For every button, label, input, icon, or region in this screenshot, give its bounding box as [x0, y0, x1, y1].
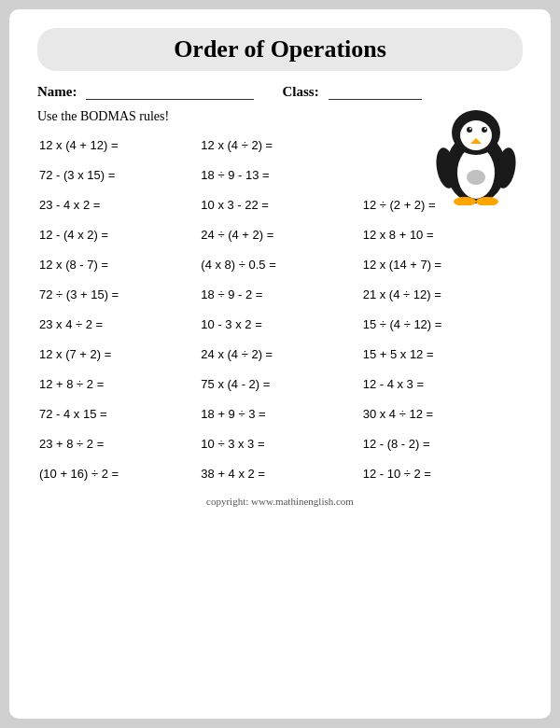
problem-cell: 12 x (7 + 2) =	[37, 339, 199, 369]
problem-cell: (10 + 16) ÷ 2 =	[37, 458, 199, 488]
problem-cell: 10 x 3 - 22 =	[199, 189, 360, 219]
svg-point-9	[484, 128, 486, 130]
problem-cell: 10 ÷ 3 x 3 =	[199, 428, 360, 458]
problem-expression: 24 x (4 ÷ 2) =	[201, 347, 273, 361]
problem-expression: 72 - (3 x 15) =	[39, 168, 115, 182]
problem-expression: 10 x 3 - 22 =	[201, 198, 269, 212]
problem-expression: 12 x 8 + 10 =	[363, 228, 434, 242]
worksheet-page: Order of Operations Name: Class: Use the…	[9, 9, 551, 719]
name-label: Name:	[37, 84, 77, 100]
problem-expression: (4 x 8) ÷ 0.5 =	[201, 258, 275, 272]
problem-expression: 12 x (7 + 2) =	[39, 347, 111, 361]
problem-expression: (10 + 16) ÷ 2 =	[39, 467, 119, 481]
problem-cell: 12 x (14 + 7) =	[361, 249, 523, 279]
page-title: Order of Operations	[174, 35, 386, 63]
problem-expression: 23 x 4 ÷ 2 =	[39, 317, 103, 331]
problem-cell: 30 x 4 ÷ 12 =	[361, 399, 523, 428]
problem-cell: 21 x (4 ÷ 12) =	[361, 279, 523, 309]
problem-cell: 23 + 8 ÷ 2 =	[37, 428, 199, 458]
problem-expression: 15 + 5 x 12 =	[363, 347, 434, 361]
problem-expression: 18 ÷ 9 - 2 =	[201, 287, 262, 301]
problem-cell: 72 - 4 x 15 =	[37, 399, 199, 428]
svg-point-8	[482, 127, 487, 133]
problem-expression: 24 ÷ (4 + 2) =	[201, 228, 273, 242]
problem-expression: 12 - 4 x 3 =	[363, 377, 424, 391]
problem-expression: 12 - 10 ÷ 2 =	[363, 467, 431, 481]
problem-expression: 12 - (4 x 2) =	[39, 228, 108, 242]
problem-cell: 12 - 10 ÷ 2 =	[361, 458, 523, 488]
name-line	[86, 85, 254, 100]
problem-cell: 23 - 4 x 2 =	[37, 189, 199, 219]
problem-cell: 24 ÷ (4 + 2) =	[199, 219, 360, 249]
name-class-row: Name: Class:	[37, 84, 523, 100]
problem-cell: 18 + 9 ÷ 3 =	[199, 399, 360, 428]
problem-expression: 10 ÷ 3 x 3 =	[201, 437, 264, 451]
problem-cell: 18 ÷ 9 - 13 =	[199, 160, 360, 189]
problem-cell: 12 x (8 - 7) =	[37, 249, 199, 279]
problem-cell: 12 - (4 x 2) =	[37, 219, 199, 249]
problem-expression: 12 x (4 + 12) =	[39, 138, 119, 152]
problem-expression: 18 ÷ 9 - 13 =	[201, 168, 269, 182]
problem-cell: 12 x 8 + 10 =	[361, 219, 523, 249]
copyright-text: copyright: www.mathinenglish.com	[37, 496, 523, 507]
problem-cell: 12 x (4 + 12) =	[37, 130, 199, 160]
problem-cell: 12 - 4 x 3 =	[361, 369, 523, 399]
problem-expression: 12 x (8 - 7) =	[39, 258, 108, 272]
svg-point-3	[460, 120, 492, 150]
problem-expression: 21 x (4 ÷ 12) =	[363, 287, 441, 301]
problem-expression: 72 - 4 x 15 =	[39, 407, 107, 421]
problem-cell: 75 x (4 - 2) =	[199, 369, 360, 399]
problem-expression: 72 ÷ (3 + 15) =	[39, 287, 119, 301]
title-box: Order of Operations	[37, 28, 523, 71]
problem-cell: 72 ÷ (3 + 15) =	[37, 279, 199, 309]
class-line	[329, 85, 422, 100]
problem-expression: 30 x 4 ÷ 12 =	[363, 407, 433, 421]
problem-cell: 38 + 4 x 2 =	[199, 458, 360, 488]
problem-cell: 23 x 4 ÷ 2 =	[37, 309, 199, 339]
problem-cell: 10 - 3 x 2 =	[199, 309, 360, 339]
problem-expression: 23 + 8 ÷ 2 =	[39, 437, 104, 451]
problem-cell: 24 x (4 ÷ 2) =	[199, 339, 360, 369]
svg-point-5	[467, 127, 472, 133]
problem-expression: 18 + 9 ÷ 3 =	[201, 407, 265, 421]
problem-cell: 12 + 8 ÷ 2 =	[37, 369, 199, 399]
problem-cell: (4 x 8) ÷ 0.5 =	[199, 249, 360, 279]
problem-expression: 38 + 4 x 2 =	[201, 467, 265, 481]
problem-expression: 12 ÷ (2 + 2) =	[363, 198, 436, 212]
problem-expression: 75 x (4 - 2) =	[201, 377, 270, 391]
problem-cell: 18 ÷ 9 - 2 =	[199, 279, 360, 309]
problem-expression: 12 x (4 ÷ 2) =	[201, 138, 273, 152]
class-label: Class:	[282, 84, 318, 100]
problem-expression: 10 - 3 x 2 =	[201, 317, 261, 331]
problem-cell: 15 + 5 x 12 =	[361, 339, 523, 369]
problem-expression: 23 - 4 x 2 =	[39, 198, 100, 212]
problem-expression: 12 x (14 + 7) =	[363, 258, 442, 272]
penguin-image	[429, 103, 523, 205]
svg-point-15	[467, 170, 485, 185]
problem-cell: 12 - (8 - 2) =	[361, 428, 523, 458]
problem-cell: 72 - (3 x 15) =	[37, 160, 199, 189]
problem-cell: 12 x (4 ÷ 2) =	[199, 130, 360, 160]
problem-cell: 15 ÷ (4 ÷ 12) =	[361, 309, 523, 339]
problem-expression: 15 ÷ (4 ÷ 12) =	[363, 317, 442, 331]
svg-point-6	[469, 128, 471, 130]
problem-expression: 12 - (8 - 2) =	[363, 437, 430, 451]
problem-expression: 12 + 8 ÷ 2 =	[39, 377, 104, 391]
